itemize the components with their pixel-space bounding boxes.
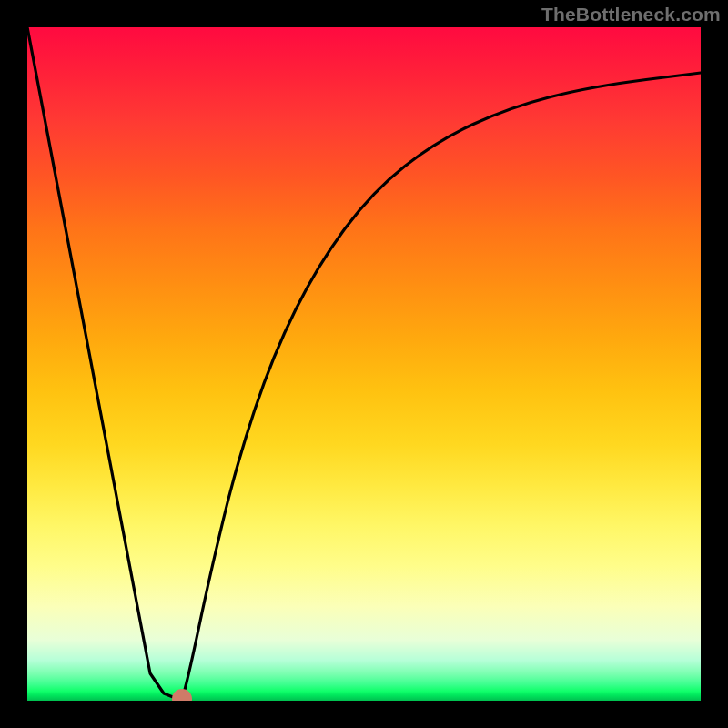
plot-area [27,27,701,701]
curve-layer [27,27,701,701]
chart-frame: TheBottleneck.com [0,0,728,728]
minimum-dot [172,689,192,701]
watermark-text: TheBottleneck.com [541,4,721,25]
curve-path [27,27,701,701]
curve-group [27,27,701,701]
